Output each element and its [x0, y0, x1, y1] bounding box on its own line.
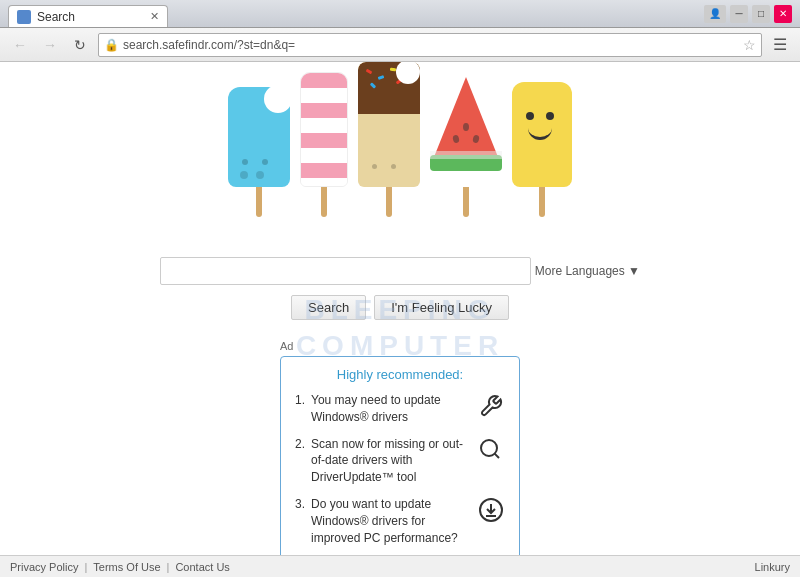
maximize-button[interactable]: □ — [752, 5, 770, 23]
svg-point-4 — [463, 123, 469, 131]
refresh-button[interactable]: ↻ — [68, 33, 92, 57]
page-content: BLEEPING COMPUTER More Languages ▼ Searc… — [0, 62, 800, 555]
search-buttons: Search I'm Feeling Lucky — [291, 295, 509, 320]
ad-label: Ad — [280, 340, 293, 352]
ad-box: Highly recommended: 1. You may need to u… — [280, 356, 520, 555]
watermelon-popsicle — [430, 77, 502, 217]
tab-title: Search — [37, 10, 75, 24]
linkury-label: Linkury — [755, 561, 790, 573]
address-lock-icon: 🔒 — [104, 38, 119, 52]
search-area: More Languages ▼ Search I'm Feeling Luck… — [0, 257, 800, 320]
ad-section: Ad Highly recommended: 1. You may need t… — [0, 340, 800, 555]
nav-bar: ← → ↻ 🔒 ☆ ☰ — [0, 28, 800, 62]
separator-2: | — [167, 561, 170, 573]
yellow-popsicle — [512, 82, 572, 217]
blue-popsicle — [228, 87, 290, 217]
tab-area: Search ✕ — [8, 0, 704, 27]
svg-rect-3 — [430, 151, 502, 159]
ad-items: 1. You may need to update Windows® drive… — [295, 392, 505, 546]
svg-point-7 — [481, 440, 497, 456]
download-icon — [477, 496, 505, 524]
ad-item-3: 3. Do you want to update Windows® driver… — [295, 496, 505, 546]
striped-popsicle — [300, 72, 348, 217]
address-bar-wrapper: 🔒 ☆ — [98, 33, 762, 57]
choco-popsicle — [358, 62, 420, 217]
ad-item-3-text: Do you want to update Windows® drivers f… — [311, 496, 471, 546]
ad-item-2-num: 2. — [295, 436, 305, 453]
chrome-window: Search ✕ 👤 ─ □ ✕ ← → ↻ 🔒 ☆ ☰ — [0, 0, 800, 577]
ad-item-3-num: 3. — [295, 496, 305, 513]
bookmark-star-icon[interactable]: ☆ — [743, 37, 756, 53]
tab-favicon — [17, 10, 31, 24]
window-controls: ─ □ ✕ — [730, 5, 792, 23]
ad-item-1-num: 1. — [295, 392, 305, 409]
close-button[interactable]: ✕ — [774, 5, 792, 23]
title-bar: Search ✕ 👤 ─ □ ✕ — [0, 0, 800, 28]
popsicle-area — [0, 72, 800, 217]
forward-button[interactable]: → — [38, 33, 62, 57]
minimize-button[interactable]: ─ — [730, 5, 748, 23]
wrench-icon — [477, 392, 505, 420]
back-button[interactable]: ← — [8, 33, 32, 57]
terms-of-use-link[interactable]: Terms Of Use — [93, 561, 160, 573]
lucky-button[interactable]: I'm Feeling Lucky — [374, 295, 509, 320]
tab-close-icon[interactable]: ✕ — [150, 10, 159, 23]
ad-title: Highly recommended: — [295, 367, 505, 382]
ad-item-2-text: Scan now for missing or out-of-date driv… — [311, 436, 471, 486]
active-tab[interactable]: Search ✕ — [8, 5, 168, 27]
search-button[interactable]: Search — [291, 295, 366, 320]
profile-button[interactable]: 👤 — [704, 5, 726, 23]
more-languages-link[interactable]: More Languages ▼ — [535, 264, 640, 278]
ad-item-1: 1. You may need to update Windows® drive… — [295, 392, 505, 426]
search-input[interactable] — [160, 257, 531, 285]
svg-line-8 — [495, 453, 499, 457]
menu-button[interactable]: ☰ — [768, 33, 792, 57]
address-input[interactable] — [98, 33, 762, 57]
privacy-policy-link[interactable]: Privacy Policy — [10, 561, 78, 573]
ad-item-2: 2. Scan now for missing or out-of-date d… — [295, 436, 505, 486]
contact-us-link[interactable]: Contact Us — [175, 561, 229, 573]
search-row: More Languages ▼ — [160, 257, 640, 285]
ad-item-1-text: You may need to update Windows® drivers — [311, 392, 471, 426]
bottom-bar: Privacy Policy | Terms Of Use | Contact … — [0, 555, 800, 577]
separator-1: | — [84, 561, 87, 573]
footer-links: Privacy Policy | Terms Of Use | Contact … — [10, 561, 230, 573]
magnifier-icon — [477, 436, 505, 464]
watermelon-svg — [430, 77, 502, 177]
